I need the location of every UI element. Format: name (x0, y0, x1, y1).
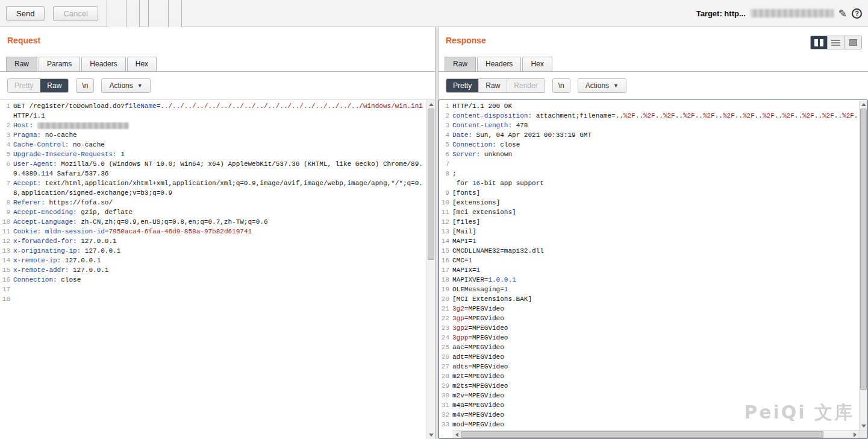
target-redacted-host (751, 9, 834, 17)
code-line: 17 (0, 285, 426, 294)
response-actions-button[interactable]: Actions ▼ (578, 78, 626, 93)
request-panel-header: Request (0, 27, 435, 54)
line-number: 3 (439, 121, 452, 130)
scroll-track[interactable] (427, 109, 435, 431)
line-number: 25 (439, 343, 452, 352)
arrow-down-icon (429, 434, 434, 437)
line-number: 16 (0, 275, 13, 285)
response-editor[interactable]: 1HTTP/1.1 200 OK2content-disposition: at… (439, 99, 868, 439)
cancel-button[interactable]: Cancel (53, 6, 98, 21)
scroll-right-button[interactable] (851, 431, 859, 438)
request-view-raw[interactable]: Raw (40, 79, 68, 92)
scroll-track[interactable] (461, 431, 851, 438)
layout-single-button[interactable] (845, 36, 861, 49)
line-number: 8 (439, 169, 452, 178)
request-tab-headers[interactable]: Headers (81, 57, 125, 71)
code-line: 11Cookie: mldn-session-id=7950aca4-6faa-… (0, 227, 426, 236)
line-number: 15 (0, 265, 13, 275)
scroll-up-button[interactable] (860, 100, 867, 109)
scroll-up-button[interactable] (427, 100, 435, 109)
top-toolbar: Send Cancel < ▼ > ▼ Target: http... ✎ ? (0, 0, 868, 27)
line-number: 6 (0, 159, 13, 169)
code-line: 8Referer: https://fofa.so/ (0, 198, 426, 207)
response-tab-hex[interactable]: Hex (522, 57, 552, 71)
line-number: 22 (439, 314, 452, 323)
layout-switcher (810, 36, 862, 49)
code-line: 33mod=MPEGVideo (439, 420, 859, 429)
line-number: 17 (0, 285, 13, 294)
line-number: 9 (439, 188, 452, 198)
request-tab-hex[interactable]: Hex (127, 57, 157, 71)
request-actions-label: Actions (109, 81, 133, 90)
help-icon[interactable]: ? (852, 8, 862, 19)
line-number: 18 (0, 294, 13, 304)
code-line: 28m2t=MPEGVideo (439, 371, 859, 381)
response-tab-headers[interactable]: Headers (477, 57, 521, 71)
code-line: 2Host: (0, 121, 426, 130)
line-number: 17 (439, 265, 452, 275)
response-panel-header: Response (439, 27, 868, 54)
line-number: 20 (439, 294, 452, 304)
line-number: 9 (0, 207, 13, 217)
response-vertical-scrollbar[interactable] (859, 100, 867, 430)
layout-columns-button[interactable] (811, 36, 828, 49)
columns-icon (814, 39, 818, 46)
code-line: 233gp2=MPEGVideo (439, 323, 859, 333)
code-line: 15CMCDLLNAME32=mapi32.dll (439, 246, 859, 256)
code-line: 9Accept-Encoding: gzip, deflate (0, 207, 426, 217)
request-title: Request (7, 36, 40, 45)
response-wrap-toggle-button[interactable]: \n (552, 78, 570, 93)
code-line: 4Cache-Control: no-cache (0, 140, 426, 150)
request-tab-params[interactable]: Params (39, 57, 80, 71)
code-line: 32m4v=MPEGVideo (439, 410, 859, 420)
scroll-thumb[interactable] (428, 109, 434, 260)
edit-target-pencil-icon[interactable]: ✎ (838, 7, 847, 20)
line-number: 19 (439, 285, 452, 294)
code-line: 15x-remote-addr: 127.0.0.1 (0, 265, 426, 275)
response-view-raw[interactable]: Raw (479, 79, 507, 92)
chevron-down-icon: ▼ (613, 83, 619, 89)
code-line: 29m2ts=MPEGVideo (439, 381, 859, 391)
line-number: 24 (439, 333, 452, 343)
request-tab-bar: RawParamsHeadersHex (0, 54, 435, 72)
code-line: 12x-forwarded-for: 127.0.0.1 (0, 236, 426, 246)
response-tab-raw[interactable]: Raw (445, 57, 476, 71)
scroll-thumb[interactable] (461, 431, 823, 438)
line-number: 16 (439, 256, 452, 265)
line-number: 29 (439, 381, 452, 391)
scroll-left-button[interactable] (452, 431, 461, 438)
columns-icon (820, 39, 823, 46)
request-view-pretty[interactable]: Pretty (8, 79, 40, 92)
code-line: 5Connection: close (439, 140, 859, 150)
line-number: 32 (439, 410, 452, 420)
scroll-thumb[interactable] (860, 109, 867, 390)
scrollbar-corner (859, 430, 867, 438)
request-wrap-toggle-button[interactable]: \n (76, 78, 94, 93)
code-line: 8; (439, 169, 859, 178)
send-button[interactable]: Send (6, 6, 45, 21)
response-horizontal-scrollbar[interactable] (452, 430, 859, 438)
scroll-track[interactable] (860, 109, 867, 422)
code-line: 1HTTP/1.1 200 OK (439, 101, 859, 111)
request-vertical-scrollbar[interactable] (426, 100, 435, 439)
request-panel: Request RawParamsHeadersHex PrettyRaw \n… (0, 27, 435, 439)
code-line: 31m4a=MPEGVideo (439, 400, 859, 410)
request-actions-button[interactable]: Actions ▼ (101, 78, 150, 93)
request-editor[interactable]: 1GET /register/toDownload.do?fileName=..… (0, 99, 435, 439)
line-number: 11 (0, 227, 13, 236)
line-number: 3 (0, 130, 13, 140)
response-view-render[interactable]: Render (507, 79, 544, 92)
line-number: 7 (0, 178, 13, 188)
layout-rows-button[interactable] (828, 36, 845, 49)
response-view-pretty[interactable]: Pretty (446, 79, 479, 92)
code-line: 19OLEMessaging=1 (439, 285, 859, 294)
response-raw-content[interactable]: 1HTTP/1.1 200 OK2content-disposition: at… (439, 101, 859, 430)
line-number: 10 (439, 198, 452, 207)
response-subtoolbar: PrettyRawRender \n Actions ▼ (439, 72, 868, 99)
line-number: 8 (0, 198, 13, 207)
scroll-down-button[interactable] (427, 431, 435, 439)
response-panel: Response RawHeadersHex PrettyRawRender \… (439, 27, 868, 439)
scroll-down-button[interactable] (860, 422, 867, 430)
request-tab-raw[interactable]: Raw (6, 57, 37, 71)
request-raw-content[interactable]: 1GET /register/toDownload.do?fileName=..… (0, 101, 426, 439)
